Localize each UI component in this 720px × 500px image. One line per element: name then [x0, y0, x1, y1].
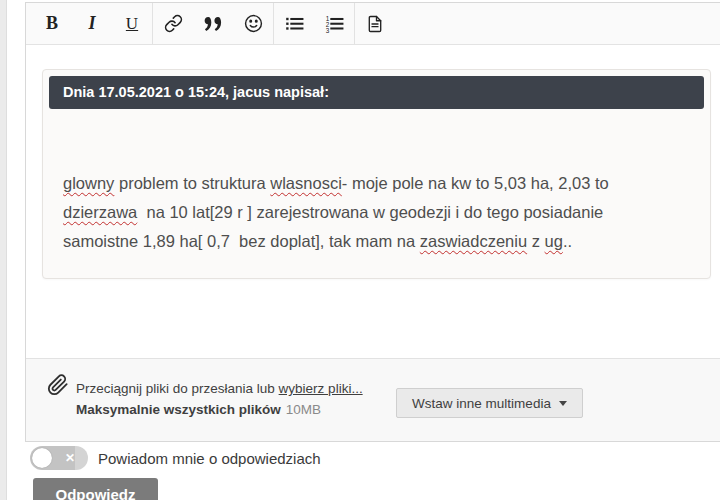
notify-label: Powiadom mnie o odpowiedziach [98, 450, 321, 467]
smiley-icon [244, 14, 263, 33]
notify-toggle[interactable]: ✕ [30, 446, 88, 470]
quote-body: glowny problem to struktura wlasnosci- m… [43, 169, 710, 256]
bold-button[interactable]: B [32, 3, 72, 44]
quote-citation: Dnia 17.05.2021 o 15:24, jacus napisał: [49, 76, 704, 109]
quote-text: problem to struktura [114, 174, 270, 192]
bullet-list-icon [285, 14, 304, 33]
misspelled-word: dzierzawa [63, 203, 137, 221]
svg-text:3: 3 [325, 27, 329, 33]
page-left-gutter [0, 0, 7, 500]
choose-files-link[interactable]: wybierz pliki... [279, 381, 363, 396]
page-icon [366, 15, 384, 33]
quote-text: .. [563, 232, 572, 250]
emoji-button[interactable] [233, 3, 273, 44]
link-button[interactable] [153, 3, 193, 44]
toggle-knob [32, 448, 52, 468]
quote-text: - moje pole na kw to 5,03 ha, 2,03 to [342, 174, 609, 192]
paperclip-icon [47, 373, 69, 397]
editor-toolbar: B I U 123 [26, 3, 720, 45]
x-icon: ✕ [60, 446, 80, 470]
ordered-list-icon: 123 [325, 14, 344, 33]
reply-editor-page: B I U 123 [0, 0, 720, 500]
max-size-line: Maksymalnie wszystkich plików10MB [76, 399, 363, 420]
misspelled-word: wlasnosci [270, 174, 342, 192]
reply-submit-button[interactable]: Odpowiedz [33, 478, 158, 500]
quote-text-line: glowny problem to struktura wlasnosci- m… [63, 169, 690, 198]
insert-other-media-label: Wstaw inne multimedia [412, 396, 551, 411]
max-size-label: Maksymalnie wszystkich plików [76, 402, 281, 417]
quote-block: Dnia 17.05.2021 o 15:24, jacus napisał: … [42, 69, 711, 279]
underline-button[interactable]: U [112, 3, 152, 44]
quote-button[interactable] [193, 3, 233, 44]
insert-other-media-button[interactable]: Wstaw inne multimedia [396, 388, 583, 418]
drag-files-line: Przeciągnij pliki do przesłania lub wybi… [76, 378, 363, 399]
link-icon [164, 14, 183, 33]
misspelled-word: zaswiadczeniu [420, 232, 527, 250]
bullet-list-button[interactable] [274, 3, 314, 44]
quote-text: samoistne 1,89 ha[ 0,7 bez doplat], tak … [63, 232, 420, 250]
quote-text-line: samoistne 1,89 ha[ 0,7 bez doplat], tak … [63, 227, 690, 256]
quote-icon [204, 16, 222, 32]
page-button[interactable] [355, 3, 395, 44]
quote-text-line: dzierzawa na 10 lat[29 r ] zarejestrowan… [63, 198, 690, 227]
italic-button[interactable]: I [72, 3, 112, 44]
quote-text: na 10 lat[29 r ] zarejestrowana w geodez… [137, 203, 603, 221]
misspelled-word: glowny [63, 174, 114, 192]
editor-content-area[interactable]: Dnia 17.05.2021 o 15:24, jacus napisał: … [26, 45, 720, 359]
ordered-list-button[interactable]: 123 [314, 3, 354, 44]
attachment-instructions: Przeciągnij pliki do przesłania lub wybi… [76, 378, 363, 420]
misspelled-word: ug [545, 232, 563, 250]
rich-text-editor: B I U 123 [25, 2, 720, 442]
caret-down-icon [559, 401, 567, 406]
attachment-upload-bar: Przeciągnij pliki do przesłania lub wybi… [26, 358, 720, 441]
quote-text: z [527, 232, 544, 250]
drag-files-text: Przeciągnij pliki do przesłania lub [76, 381, 279, 396]
max-size-value: 10MB [286, 402, 321, 417]
notify-row: ✕ Powiadom mnie o odpowiedziach [30, 446, 321, 470]
